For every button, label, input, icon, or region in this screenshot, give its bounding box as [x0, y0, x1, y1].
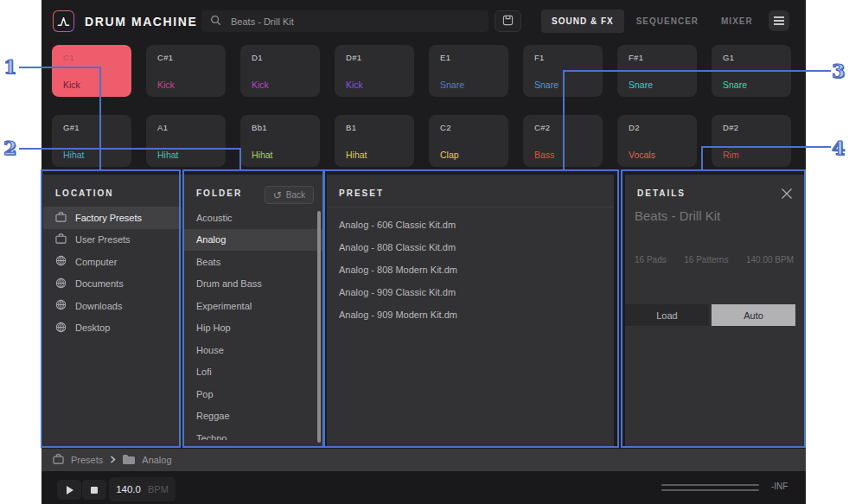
annotation-connector-1v [99, 67, 101, 169]
pad-e1[interactable]: E1Snare [429, 45, 508, 97]
pad-note-label: F1 [534, 53, 545, 62]
pad-d2[interactable]: D2Vocals [617, 115, 697, 167]
globe-icon [55, 322, 67, 335]
breadcrumb-analog[interactable]: Analog [142, 455, 171, 465]
location-item-computer[interactable]: Computer [43, 251, 182, 273]
play-button[interactable] [57, 480, 81, 500]
folder-item-drum-and-bass[interactable]: Drum and Bass [184, 273, 322, 296]
pad-c1[interactable]: C1Kick [52, 45, 131, 97]
meta-patterns: 16 Patterns [684, 255, 728, 265]
location-item-desktop[interactable]: Desktop [43, 317, 182, 340]
briefcase-icon [55, 233, 67, 246]
pad-note-label: D2 [629, 123, 640, 132]
pad-cs1[interactable]: C#1Kick [146, 45, 226, 97]
annotation-connector-4v [701, 146, 703, 169]
location-item-downloads[interactable]: Downloads [43, 295, 182, 317]
preset-title: Beats - Drill Kit [635, 208, 794, 223]
location-item-label: User Presets [75, 234, 131, 245]
folder-item-analog[interactable]: Analog [184, 229, 322, 252]
pad-bb1[interactable]: Bb1Hihat [240, 115, 320, 167]
save-button[interactable] [495, 10, 521, 32]
preset-meta: 16 Pads 16 Patterns 140.00 BPM [635, 255, 794, 265]
preset-item[interactable]: Analog - 909 Classic Kit.dm [327, 281, 614, 303]
tab-sequencer[interactable]: SEQUENCER [626, 10, 709, 33]
breadcrumb-presets[interactable]: Presets [71, 455, 103, 465]
pad-note-label: G1 [723, 53, 734, 62]
save-icon [502, 14, 514, 29]
meter-line-right [661, 489, 759, 491]
folder-item-lofi[interactable]: Lofi [184, 361, 322, 384]
pad-sound-label: Hihat [157, 150, 179, 160]
location-item-label: Downloads [75, 301, 122, 311]
pad-note-label: D#1 [346, 53, 361, 62]
briefcase-icon [55, 212, 67, 224]
pad-c2[interactable]: C2Clap [429, 115, 508, 167]
location-item-label: Desktop [75, 322, 110, 333]
pad-a1[interactable]: A1Hihat [146, 115, 226, 167]
pad-ds2[interactable]: D#2Rim [712, 115, 791, 167]
annotation-connector-3v [563, 70, 565, 169]
pad-note-label: Bb1 [252, 123, 267, 132]
close-icon[interactable] [780, 187, 794, 201]
folder-item-reggae[interactable]: Reggae [184, 405, 322, 428]
pad-note-label: C2 [440, 123, 451, 132]
hamburger-menu-button[interactable] [769, 10, 789, 31]
pad-row-2: G#1HihatA1HihatBb1HihatB1HihatC2ClapC#2B… [52, 115, 791, 167]
preset-panel: PRESET Analog - 606 Classic Kit.dmAnalog… [327, 175, 614, 446]
pad-b1[interactable]: B1Hihat [335, 115, 414, 167]
top-bar: DRUM MACHINE SOUND & FX SEQUENCER MIXER [41, 0, 806, 41]
pad-sound-label: Hihat [346, 150, 367, 160]
play-icon [67, 486, 73, 494]
globe-icon [55, 278, 67, 290]
tab-sound-and-fx[interactable]: SOUND & FX [541, 10, 624, 33]
bpm-display[interactable]: 140.0 BPM [109, 477, 176, 501]
tab-mixer[interactable]: MIXER [711, 10, 763, 33]
folder-item-techno[interactable]: Techno [184, 427, 322, 440]
pad-gs1[interactable]: G#1Hihat [52, 115, 131, 167]
folder-item-hip-hop[interactable]: Hip Hop [184, 317, 322, 340]
pad-ds1[interactable]: D#1Kick [335, 45, 414, 97]
annotation-digit-3: 3 [832, 60, 845, 82]
meta-pads: 16 Pads [635, 255, 667, 265]
pad-sound-label: Vocals [629, 150, 655, 160]
pad-sound-label: Snare [723, 80, 747, 90]
preset-item[interactable]: Analog - 808 Classic Kit.dm [327, 236, 614, 258]
folder-item-pop[interactable]: Pop [184, 383, 322, 405]
details-panel: DETAILS Beats - Drill Kit 16 Pads 16 Pat… [625, 175, 804, 446]
transport-bar: 140.0 BPM -INF [41, 471, 806, 504]
pad-sound-label: Hihat [63, 150, 85, 160]
pad-sound-label: Clap [440, 150, 459, 160]
stop-button[interactable] [82, 480, 106, 500]
pad-sound-label: Hihat [252, 150, 273, 160]
pad-note-label: C#1 [157, 53, 173, 62]
pad-sound-label: Kick [252, 80, 269, 90]
folder-item-beats[interactable]: Beats [184, 251, 322, 273]
level-meter [661, 484, 759, 494]
folder-item-house[interactable]: House [184, 339, 322, 361]
back-label: Back [286, 190, 305, 200]
annotation-connector-3h [563, 70, 831, 72]
pad-sound-label: Kick [63, 80, 80, 90]
search-field[interactable] [201, 10, 488, 32]
annotation-connector-4h [702, 146, 831, 148]
search-input[interactable] [229, 16, 480, 28]
load-button[interactable]: Load [625, 304, 709, 326]
preset-item[interactable]: Analog - 909 Modern Kit.dm [327, 303, 614, 326]
folder-item-acoustic[interactable]: Acoustic [184, 207, 322, 229]
folder-scrollbar[interactable] [317, 211, 321, 443]
screenshot-canvas: DRUM MACHINE SOUND & FX SEQUENCER MIXER [0, 0, 849, 504]
pad-d1[interactable]: D1Kick [240, 45, 320, 97]
level-readout: -INF [771, 482, 788, 491]
location-item-documents[interactable]: Documents [43, 273, 182, 296]
location-item-label: Documents [75, 278, 124, 289]
location-item-label: Computer [75, 257, 117, 267]
folder-item-experimental[interactable]: Experimental [184, 295, 322, 317]
location-item-user-presets[interactable]: User Presets [43, 229, 182, 252]
back-button[interactable]: ↺ Back [265, 186, 314, 204]
preset-item[interactable]: Analog - 808 Modern Kit.dm [327, 258, 614, 281]
location-item-factory-presets[interactable]: Factory Presets [43, 207, 182, 229]
pad-note-label: C1 [63, 53, 74, 62]
preset-item[interactable]: Analog - 606 Classic Kit.dm [327, 214, 614, 236]
location-list: Factory PresetsUser PresetsComputerDocum… [43, 207, 182, 339]
auto-button[interactable]: Auto [712, 304, 795, 326]
